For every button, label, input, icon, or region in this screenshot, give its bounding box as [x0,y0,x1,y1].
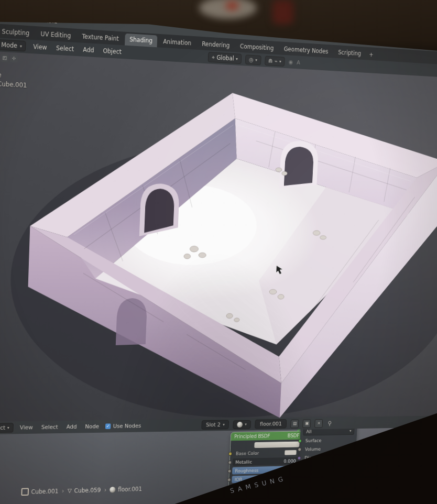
viewport-info-overlay: r Perspective Collection | Cube.001 deri… [0,69,27,99]
menu-add[interactable]: Add [81,45,96,56]
material-icon [110,486,115,492]
input-surface[interactable]: Surface [302,436,354,444]
use-nodes-toggle[interactable]: ✓ Use Nodes [105,423,141,430]
viewport-3d[interactable]: ▣ ▢ ◌ ◰ ⊹ r Perspective Collection | Cub… [0,50,437,422]
chevron-down-icon: ▾ [20,43,22,48]
chevron-down-icon: ▾ [223,422,225,426]
monitor: meAssets.blend] - Blender 4.3.1 ng Sculp… [0,0,437,504]
breadcrumb-separator: › [104,486,107,493]
material-name-field[interactable]: floor.001 [255,419,287,429]
tool-cursor-icon[interactable]: ⊹ [10,54,18,63]
magnet-icon: ⋒ [268,57,273,64]
checkbox-checked-icon: ✓ [105,423,111,429]
node-menu-add[interactable]: Add [64,422,79,431]
snap-target-icon: ⌁ [275,58,278,64]
orientation-label: Global [216,54,234,62]
add-workspace-button[interactable]: + [366,49,376,61]
base-color-swatch[interactable] [254,442,299,448]
shader-type-label: Object [0,424,5,431]
proportional-editing-icon[interactable]: ◉ [289,59,293,65]
new-material-button[interactable]: ▤ [291,419,299,428]
mode-label: Object Mode [0,40,17,49]
breadcrumb-separator: › [62,487,64,494]
overlay-toggle-icon[interactable]: A [297,59,300,66]
material-slot-dropdown[interactable]: Slot 2 ▾ [202,420,229,430]
node-menu-select[interactable]: Select [39,423,60,432]
snap-dropdown[interactable]: ⋒ ⌁ ▾ [265,56,286,67]
node-menu-node[interactable]: Node [83,422,101,431]
tool-select-lasso-icon[interactable]: ◰ [1,54,8,62]
material-icon [237,421,243,427]
breadcrumb-mesh[interactable]: ▽ Cube.059 [68,486,101,494]
nodetree-icon: ▽ [68,487,72,494]
shader-type-dropdown[interactable]: Object ▾ [0,423,14,433]
material-browse-dropdown[interactable]: ▾ [233,420,251,429]
desk-object [272,0,293,24]
menu-object[interactable]: Object [101,46,123,57]
chevron-down-icon: ▾ [245,422,247,426]
slot-label: Slot 2 [206,422,221,428]
pivot-point-icon: ◎ [249,56,254,63]
shader-socket[interactable] [298,439,302,442]
chevron-down-icon: ▾ [255,58,257,62]
vector-socket[interactable] [297,456,301,459]
mode-dropdown[interactable]: Object Mode ▾ [0,37,26,51]
blender-window: meAssets.blend] - Blender 4.3.1 ng Sculp… [0,9,437,504]
unlink-material-button[interactable]: × [315,419,323,428]
viewport-3d-scene[interactable] [0,50,437,422]
fake-user-button[interactable]: ▣ [303,419,311,428]
pin-icon[interactable]: ⚲ [327,420,332,426]
value-socket[interactable] [227,469,231,473]
color-socket[interactable] [228,452,232,456]
node-menu-view[interactable]: View [18,423,35,432]
value-socket[interactable] [228,461,232,465]
node-title: Principled BSDF [234,433,270,439]
bsdf-output-label: BSDF [288,433,300,438]
breadcrumb-object[interactable]: Cube.001 [21,487,58,496]
object-icon [21,488,29,496]
breadcrumb-material[interactable]: floor.001 [110,485,142,493]
desk-object [225,1,239,10]
chevron-down-icon: ▾ [7,425,9,430]
orientation-dropdown[interactable]: ⌖ Global ▾ [208,52,242,64]
value-socket[interactable] [227,478,231,482]
menu-view[interactable]: View [31,42,49,52]
pivot-dropdown[interactable]: ◎ ▾ [245,54,261,65]
chevron-down-icon: ▾ [236,57,238,61]
input-base-color[interactable]: Base Color [233,448,299,457]
input-metallic[interactable]: Metallic 0.000 [233,457,299,466]
shader-socket[interactable] [298,447,301,451]
use-nodes-label: Use Nodes [113,423,141,430]
chevron-down-icon: ▾ [279,59,281,64]
orientation-axes-icon: ⌖ [212,54,215,61]
menu-select[interactable]: Select [54,43,76,53]
base-color-value[interactable] [285,450,297,455]
